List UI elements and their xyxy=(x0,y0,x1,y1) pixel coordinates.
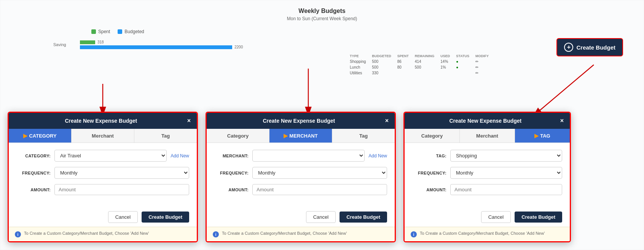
modal-header-3: Create New Expense Budget × xyxy=(405,113,570,129)
bg-page-title: Weekly Budgets xyxy=(15,8,629,14)
tab-tag-3[interactable]: ▶ TAG xyxy=(515,129,570,143)
category-label: CATEGORY: xyxy=(16,154,51,158)
frequency-label-3: FREQUENCY: xyxy=(412,171,446,175)
tab-merchant-3[interactable]: Merchant xyxy=(460,129,515,143)
modal-tabs-1: ▶ CATEGORY Merchant Tag xyxy=(9,129,197,143)
merchant-row: MERCHANT: Amazon Walmart Add New xyxy=(214,150,387,162)
merchant-select[interactable]: Amazon Walmart xyxy=(252,150,365,162)
tab-tag-2[interactable]: Tag xyxy=(332,129,395,143)
col-budgeted: BUDGETED xyxy=(369,53,394,59)
table-row: Shopping 500 86 414 14% ● ✏ xyxy=(347,59,492,64)
modal-tag: Create New Expense Budget × Category Mer… xyxy=(403,112,571,242)
legend-spent: Spent xyxy=(91,29,110,34)
category-select[interactable]: Air Travel Shopping Food Utilities xyxy=(54,150,167,162)
tab-tag-1[interactable]: Tag xyxy=(134,129,197,143)
modals-container: Create New Expense Budget × ▶ CATEGORY M… xyxy=(8,112,571,242)
modal-close-3[interactable]: × xyxy=(560,117,564,124)
tab-category-1[interactable]: ▶ CATEGORY xyxy=(9,129,72,143)
modal-footer-3: Cancel Create Budget xyxy=(405,207,570,227)
modal-body-2: MERCHANT: Amazon Walmart Add New FREQUEN… xyxy=(207,143,395,207)
amount-row-2: AMOUNT: xyxy=(214,184,387,195)
modal-title-2: Create New Expense Budget xyxy=(213,118,385,124)
tag-select[interactable]: Shopping Travel Food Business xyxy=(450,150,562,162)
tag-row: TAG: Shopping Travel Food Business xyxy=(412,150,562,162)
create-budget-button-2[interactable]: Create Budget xyxy=(340,212,387,223)
amount-row-3: AMOUNT: xyxy=(412,184,562,195)
frequency-row-3: FREQUENCY: Monthly Weekly Daily Yearly xyxy=(412,167,562,179)
modal-body-1: CATEGORY: Air Travel Shopping Food Utili… xyxy=(9,143,197,207)
modal-tabs-3: Category Merchant ▶ TAG xyxy=(405,129,570,143)
bg-legend: Spent Budgeted xyxy=(91,29,629,34)
tab-arrow-icon-3: ▶ xyxy=(534,133,539,139)
tab-merchant-1[interactable]: Merchant xyxy=(72,129,134,143)
frequency-select-3[interactable]: Monthly Weekly Daily Yearly xyxy=(450,167,562,179)
col-modify: MODIFY xyxy=(472,53,492,59)
spent-bar xyxy=(80,40,95,44)
add-new-link-2[interactable]: Add New xyxy=(368,153,387,159)
frequency-row-2: FREQUENCY: Monthly Weekly Daily Yearly xyxy=(214,167,387,179)
frequency-label-2: FREQUENCY: xyxy=(214,171,249,175)
frequency-select-1[interactable]: Monthly Weekly Daily Yearly xyxy=(54,167,189,179)
modal-info-2: i To Create a Custom Category/Merchant B… xyxy=(207,227,395,241)
modal-header-2: Create New Expense Budget × xyxy=(207,113,395,129)
col-status: STATUS xyxy=(453,53,472,59)
modal-close-2[interactable]: × xyxy=(385,117,389,124)
cancel-button-1[interactable]: Cancel xyxy=(108,211,138,223)
category-row: CATEGORY: Air Travel Shopping Food Utili… xyxy=(16,150,189,162)
modal-header-1: Create New Expense Budget × xyxy=(9,113,197,129)
col-remaining: REMAINING xyxy=(412,53,438,59)
legend-budgeted: Budgeted xyxy=(118,29,144,34)
amount-label-3: AMOUNT: xyxy=(412,188,446,192)
modal-title-1: Create New Expense Budget xyxy=(15,118,187,124)
modal-merchant: Create New Expense Budget × Category ▶ M… xyxy=(206,112,396,242)
bg-bar-container: 318 2200 xyxy=(80,40,243,49)
modal-tabs-2: Category ▶ MERCHANT Tag xyxy=(207,129,395,143)
add-new-link-1[interactable]: Add New xyxy=(171,153,189,159)
modal-info-1: i To Create a Custom Category/Merchant B… xyxy=(9,227,197,241)
info-icon-1: i xyxy=(15,231,21,237)
table-row: Utilities 330 ✏ xyxy=(347,70,492,76)
tag-label: TAG: xyxy=(412,154,446,158)
merchant-label: MERCHANT: xyxy=(214,154,249,158)
modal-close-1[interactable]: × xyxy=(187,117,191,124)
legend-spent-icon xyxy=(91,29,96,34)
modal-footer-1: Cancel Create Budget xyxy=(9,207,197,227)
legend-budgeted-icon xyxy=(118,29,122,34)
cancel-button-2[interactable]: Cancel xyxy=(306,211,336,223)
modal-category: Create New Expense Budget × ▶ CATEGORY M… xyxy=(8,112,198,242)
info-icon-3: i xyxy=(411,231,417,237)
col-spent: SPENT xyxy=(394,53,412,59)
bg-page-subtitle: Mon to Sun (Current Week Spend) xyxy=(15,16,629,21)
bg-bar-row: Saving 318 2200 xyxy=(53,40,629,49)
amount-input-2[interactable] xyxy=(252,184,387,195)
tab-merchant-2[interactable]: ▶ MERCHANT xyxy=(269,129,332,143)
plus-circle-icon: + xyxy=(564,43,573,52)
frequency-label-1: FREQUENCY: xyxy=(16,171,51,175)
amount-input-1[interactable] xyxy=(54,184,189,195)
frequency-row-1: FREQUENCY: Monthly Weekly Daily Yearly xyxy=(16,167,189,179)
create-budget-button-3[interactable]: Create Budget xyxy=(515,212,562,223)
table-row: Lunch 500 80 500 1% ● ✏ xyxy=(347,64,492,70)
budgeted-bar xyxy=(80,45,232,49)
tab-category-2[interactable]: Category xyxy=(207,129,269,143)
create-budget-button-main[interactable]: + Create Budget xyxy=(556,38,623,56)
amount-input-3[interactable] xyxy=(450,184,562,195)
tab-arrow-icon-2: ▶ xyxy=(284,133,288,139)
amount-label-2: AMOUNT: xyxy=(214,188,249,192)
amount-row-1: AMOUNT: xyxy=(16,184,189,195)
modal-body-3: TAG: Shopping Travel Food Business FREQU… xyxy=(405,143,570,207)
create-budget-button-1[interactable]: Create Budget xyxy=(142,212,189,223)
bg-table: TYPE BUDGETED SPENT REMAINING USED STATU… xyxy=(347,53,492,76)
col-type: TYPE xyxy=(347,53,369,59)
tab-category-3[interactable]: Category xyxy=(405,129,460,143)
tab-arrow-icon: ▶ xyxy=(23,133,27,139)
col-used: USED xyxy=(437,53,453,59)
cancel-button-3[interactable]: Cancel xyxy=(481,211,511,223)
amount-label-1: AMOUNT: xyxy=(16,188,51,192)
frequency-select-2[interactable]: Monthly Weekly Daily Yearly xyxy=(252,167,387,179)
info-icon-2: i xyxy=(213,231,219,237)
modal-title-3: Create New Expense Budget xyxy=(411,118,560,124)
modal-footer-2: Cancel Create Budget xyxy=(207,207,395,227)
modal-info-3: i To Create a Custom Category/Merchant B… xyxy=(405,227,570,241)
